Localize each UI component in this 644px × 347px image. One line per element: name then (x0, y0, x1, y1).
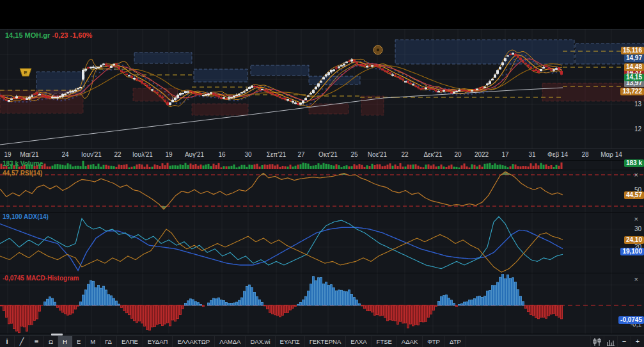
price-pane[interactable]: ××××××××××××××××××××××××××××××××××××××××… (0, 40, 644, 145)
zoom-in-button[interactable]: + (631, 336, 644, 347)
pane-separator (0, 212, 644, 213)
x-axis-tick: Οκτ'21 (318, 151, 338, 158)
rsi-value: 44,57 (3, 170, 19, 177)
x-axis-tick: 19 (4, 151, 11, 158)
ticker-button-ΑΔΑΚ[interactable]: ΑΔΑΚ (397, 336, 423, 347)
supply-zone (251, 65, 309, 76)
long-term-ma-line (0, 88, 563, 145)
price-axis-label: 14,97 (624, 54, 644, 62)
macd-pane[interactable] (0, 271, 644, 333)
zoom-out-button[interactable]: − (617, 336, 631, 347)
svg-text:×: × (41, 97, 43, 101)
y-axis-tick: 12 (634, 125, 641, 133)
pane-separator (0, 149, 644, 149)
x-axis-tick: 19 (165, 151, 172, 158)
adx-value: 19,100 (3, 213, 22, 220)
svg-text:×: × (475, 92, 477, 95)
info-button[interactable]: i (0, 336, 15, 347)
price-axis-label: 14,15 (624, 74, 644, 81)
ticker-button-ΓΕΚΤΕΡΝΑ[interactable]: ΓΕΚΤΕΡΝΑ (305, 336, 347, 347)
x-axis-tick: 17 (501, 151, 508, 158)
supply-zone (194, 69, 247, 82)
rsi-name: RSI(14) (20, 170, 42, 177)
ticker-button-ΓΔ[interactable]: ΓΔ (100, 336, 117, 347)
macd-value: -0,0745 (3, 275, 24, 282)
volume-value: 183 k (3, 160, 19, 167)
ticker-button-ΕΥΑΠΣ[interactable]: ΕΥΑΠΣ (276, 336, 305, 347)
ticker-button-DAX.wi[interactable]: DAX.wi (246, 336, 275, 347)
svg-text:×: × (509, 62, 512, 66)
x-axis-tick: 27 (297, 151, 304, 158)
y-axis-tick: 30 (634, 225, 641, 232)
x-axis-tick: 30 (244, 151, 251, 158)
ticker-button-group: ΩΗΕΜΓΔΕΛΠΕΕΥΔΑΠΕΛΛΑΚΤΩΡΛΑΜΔΑDAX.wiΕΥΑΠΣΓ… (44, 336, 466, 347)
x-axis-tick: 22 (401, 151, 408, 158)
bottom-toolbar: i ╱ ≡ ΩΗΕΜΓΔΕΛΠΕΕΥΔΑΠΕΛΛΑΚΤΩΡΛΑΜΔΑDAX.wi… (0, 335, 644, 347)
x-axis-tick: 31 (528, 151, 535, 158)
supply-zone (134, 52, 192, 63)
demand-zone (361, 96, 384, 115)
trading-app: ××××××××××××××××××××××××××××××××××××××××… (0, 0, 644, 347)
symbol-name: MOH.gr (25, 31, 51, 39)
svg-text:×: × (22, 100, 24, 104)
x-axis-tick: Φεβ 14 (547, 151, 568, 158)
pane-separator (0, 29, 644, 29)
ticker-button-ΦΤΡ[interactable]: ΦΤΡ (423, 336, 445, 347)
svg-text:×: × (98, 70, 101, 74)
pane-separator (0, 170, 644, 170)
di-current-tag: 24,10 (624, 236, 644, 244)
volume-current-tag: 183 k (624, 159, 644, 167)
demand-zone (309, 104, 349, 114)
rsi-current-tag: 44,57 (624, 191, 644, 199)
event-circle-marker[interactable] (373, 45, 382, 54)
period-button-Ε[interactable]: Ε (72, 336, 86, 347)
list-button[interactable]: ≡ (29, 336, 44, 347)
svg-text:×: × (114, 67, 116, 71)
ticker-button-ΕΥΔΑΠ[interactable]: ΕΥΔΑΠ (143, 336, 173, 347)
svg-text:×: × (10, 100, 13, 104)
macd-pane-title: -0,0745 MACD-Histogram (3, 275, 79, 282)
ticker-button-ΕΛΧΑ[interactable]: ΕΛΧΑ (346, 336, 372, 347)
svg-text:×: × (524, 54, 527, 58)
demand-zone (192, 104, 248, 115)
macd-close-icon[interactable]: × (634, 276, 638, 282)
svg-text:×: × (517, 59, 519, 63)
pane-separator (0, 273, 644, 273)
rsi-line (0, 172, 563, 209)
adx-close-icon[interactable]: × (634, 216, 638, 222)
macd-current-tag: -0,0745 (618, 316, 644, 324)
x-axis-tick: 24 (61, 151, 68, 158)
adx-current-tag: 19,100 (620, 248, 644, 255)
adx-series-plusminus-di (0, 216, 563, 268)
svg-text:×: × (459, 92, 462, 96)
rsi-pane-title: 44,57 RSI(14) (3, 170, 42, 177)
x-axis-tick: Δεκ'21 (423, 151, 442, 158)
bar-chart-icon[interactable] (604, 336, 617, 347)
rsi-pane[interactable] (0, 172, 644, 209)
price-axis-label: 13,722 (620, 88, 644, 95)
period-button-Μ[interactable]: Μ (86, 336, 100, 347)
ticker-button-FTSE[interactable]: FTSE (372, 336, 397, 347)
volume-series (1, 161, 563, 169)
ticker-button-ΕΛΠΕ[interactable]: ΕΛΠΕ (117, 336, 143, 347)
x-axis-tick: 22 (114, 151, 121, 158)
quote-header: 14,15 MOH.gr -0,23 -1,60% (5, 31, 92, 39)
ticker-button-ΛΑΜΔΑ[interactable]: ΛΑΜΔΑ (215, 336, 246, 347)
period-button-Ω[interactable]: Ω (44, 336, 58, 347)
x-axis-tick: Νοε'21 (368, 151, 387, 158)
x-axis-tick: 16 (218, 151, 225, 158)
ticker-button-ΔΤΡ[interactable]: ΔΤΡ (445, 336, 466, 347)
draw-tool-button[interactable]: ╱ (15, 336, 29, 347)
adx-pane[interactable] (0, 216, 563, 272)
ticker-button-ΕΛΛΑΚΤΩΡ[interactable]: ΕΛΛΑΚΤΩΡ (173, 336, 215, 347)
last-price: 14,15 (5, 31, 23, 39)
candlestick-chart-icon[interactable] (590, 336, 604, 347)
pane-separator (0, 160, 644, 161)
svg-text:×: × (95, 74, 97, 78)
rsi-close-icon[interactable]: × (634, 172, 638, 178)
period-button-Η[interactable]: Η (58, 336, 72, 347)
toolbar-right-icons: − + (590, 336, 644, 347)
x-axis-tick: Μαι'21 (20, 151, 38, 158)
chart-canvas[interactable]: ××××××××××××××××××××××××××××××××××××××××… (0, 0, 644, 347)
x-axis-tick: Ιουν'21 (81, 151, 102, 158)
